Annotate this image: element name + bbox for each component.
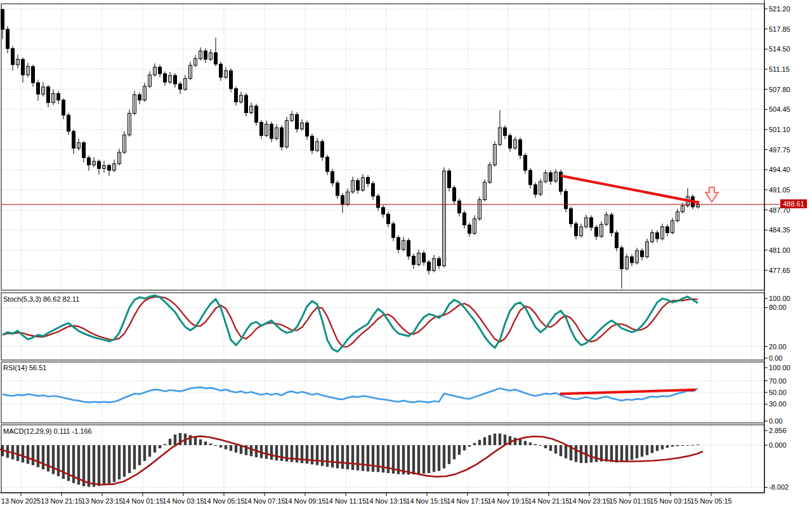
macd-histogram-bar — [453, 445, 455, 459]
macd-histogram-bar — [539, 445, 542, 446]
chart-canvas[interactable]: 521.20517.85514.50511.15507.80504.45501.… — [0, 0, 812, 508]
macd-histogram-bar — [225, 445, 227, 450]
macd-histogram-bar — [351, 445, 354, 470]
macd-histogram-bar — [174, 434, 176, 445]
time-axis-label: 14 Nov 03:15 — [162, 497, 204, 505]
macd-histogram-bar — [108, 445, 110, 484]
macd-histogram-bar — [265, 445, 268, 459]
price-axis-label: 521.20 — [769, 5, 790, 13]
macd-indicator-label: MACD(12,29,9) 0.111 -1.166 — [3, 427, 92, 435]
macd-histogram-bar — [636, 445, 638, 458]
macd-histogram-bar — [590, 445, 593, 462]
macd-histogram-bar — [433, 445, 435, 472]
macd-histogram-bar — [138, 445, 141, 465]
macd-histogram-bar — [16, 445, 19, 461]
macd-histogram-bar — [346, 445, 349, 469]
price-axis-label: 481.00 — [769, 246, 790, 254]
macd-histogram-bar — [93, 445, 95, 487]
macd-histogram-bar — [422, 445, 425, 474]
macd-histogram-bar — [270, 445, 273, 460]
macd-histogram-bar — [382, 445, 384, 472]
stoch-k-line — [3, 295, 698, 352]
macd-histogram-bar — [357, 445, 359, 471]
macd-histogram-bar — [549, 445, 552, 451]
time-axis-label: 14 Nov 15:15 — [406, 497, 447, 505]
macd-histogram-bar — [407, 445, 410, 474]
time-axis-label: 14 Nov 23:15 — [568, 497, 610, 505]
macd-histogram-bar — [148, 445, 151, 457]
price-axis-label: 497.75 — [769, 146, 790, 154]
macd-histogram-bar — [199, 439, 202, 445]
main-price-panel-border — [1, 4, 764, 290]
price-axis-label: 511.15 — [769, 65, 790, 73]
stoch-d-line — [3, 297, 698, 347]
macd-histogram-bar — [57, 445, 60, 476]
macd-histogram-bar — [230, 445, 232, 451]
macd-histogram-bar — [402, 445, 405, 474]
macd-histogram-bar — [681, 445, 684, 446]
time-axis-label: 14 Nov 07:15 — [244, 497, 285, 505]
time-axis-label: 15 Nov 03:15 — [650, 497, 691, 505]
macd-histogram-bar — [113, 445, 115, 482]
price-axis-label: 504.45 — [769, 105, 790, 113]
macd-histogram-bar — [412, 445, 415, 474]
time-axis-label: 14 Nov 09:15 — [284, 497, 325, 505]
macd-histogram-bar — [204, 441, 207, 445]
macd-histogram-bar — [666, 445, 669, 448]
macd-histogram-bar — [250, 445, 252, 456]
price-axis-label: 517.85 — [769, 25, 790, 33]
macd-histogram-bar — [509, 436, 511, 445]
macd-histogram-bar — [42, 445, 44, 469]
macd-histogram-bar — [676, 445, 679, 446]
time-axis-label: 15 Nov 01:15 — [609, 497, 650, 505]
macd-histogram-bar — [47, 445, 49, 472]
indicator-axis-label: 50.00 — [769, 389, 787, 396]
macd-histogram-bar — [595, 445, 598, 462]
macd-histogram-bar — [27, 445, 29, 464]
macd-histogram-bar — [560, 445, 562, 456]
macd-histogram-bar — [575, 445, 577, 462]
indicator-axis-label: 100.00 — [769, 364, 790, 371]
indicator-axis-label: 70.00 — [769, 377, 787, 385]
current-price-badge: 488.61 — [780, 199, 807, 208]
macd-histogram-bar — [514, 438, 516, 445]
stoch-panel-border — [1, 293, 764, 360]
macd-histogram-bar — [524, 441, 527, 445]
time-axis-label: 14 Nov 11:15 — [325, 497, 367, 505]
macd-histogram-bar — [443, 445, 445, 469]
macd-histogram-bar — [641, 445, 643, 457]
macd-histogram — [1, 433, 699, 487]
macd-histogram-bar — [448, 445, 450, 464]
macd-histogram-bar — [478, 440, 481, 445]
candlestick-series — [1, 10, 700, 271]
trading-chart-window: 521.20517.85514.50511.15507.80504.45501.… — [0, 0, 812, 508]
macd-histogram-bar — [605, 445, 608, 462]
macd-histogram-bar — [123, 445, 126, 477]
macd-histogram-bar — [159, 445, 161, 448]
time-axis-label: 13 Nov 23:15 — [81, 497, 122, 505]
macd-histogram-bar — [336, 445, 339, 469]
stoch-indicator-label: Stoch(5,3,3) 86.62 82.11 — [3, 295, 79, 303]
macd-histogram-bar — [103, 445, 105, 485]
macd-histogram-bar — [296, 445, 298, 462]
price-axis-label: 484.35 — [769, 226, 790, 234]
indicator-axis-label: 0.00 — [769, 354, 782, 362]
macd-histogram-bar — [651, 445, 653, 453]
time-axis-label: 14 Nov 17:15 — [447, 497, 488, 505]
time-axis-label: 13 Nov 2025 — [1, 497, 41, 505]
macd-histogram-bar — [321, 445, 324, 466]
macd-histogram-bar — [661, 445, 664, 450]
macd-histogram-bar — [306, 445, 308, 464]
macd-histogram-bar — [544, 445, 547, 448]
macd-histogram-bar — [488, 435, 491, 445]
macd-histogram-bar — [194, 438, 197, 445]
macd-histogram-bar — [301, 445, 303, 463]
macd-histogram-bar — [494, 434, 496, 445]
macd-histogram-bar — [88, 445, 90, 487]
macd-histogram-bar — [118, 445, 121, 479]
macd-histogram-bar — [625, 445, 628, 461]
price-axis-label: 514.50 — [769, 45, 790, 53]
macd-histogram-bar — [133, 445, 136, 469]
macd-histogram-bar — [519, 439, 521, 445]
macd-histogram-bar — [326, 445, 329, 467]
